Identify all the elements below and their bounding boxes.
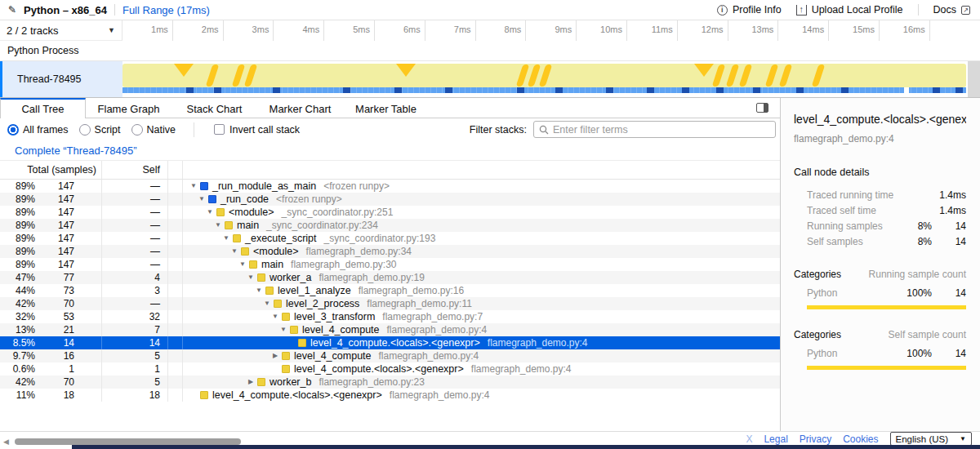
sample-segment — [273, 87, 280, 93]
table-row[interactable]: 47%774▼worker_aflamegraph_demo.py:19 — [0, 271, 780, 284]
radio-native[interactable]: Native — [131, 124, 176, 136]
tab-marker-chart[interactable]: Marker Chart — [257, 98, 343, 118]
collapse-icon[interactable]: ▼ — [263, 297, 271, 310]
collapse-icon[interactable]: ▼ — [214, 219, 222, 232]
radio-all-frames[interactable]: All frames — [7, 124, 69, 136]
collapse-icon[interactable]: ▼ — [247, 271, 255, 284]
category-bar — [807, 366, 966, 370]
radio-script[interactable]: Script — [79, 124, 121, 136]
profile-info-button[interactable]: i Profile Info — [717, 4, 782, 16]
table-row[interactable]: 9.7%165▶level_4_computeflamegraph_demo.p… — [0, 349, 780, 362]
cell-self: — — [102, 232, 168, 245]
cell-gap — [168, 349, 183, 362]
source-location: _sync_coordinator.py:251 — [282, 206, 394, 219]
docs-link[interactable]: Docs ↗ — [933, 4, 970, 16]
radio-label: Script — [95, 124, 121, 136]
source-location: flamegraph_demo.py:34 — [306, 245, 412, 258]
expand-icon[interactable]: ▶ — [247, 376, 255, 389]
collapse-icon[interactable]: ▼ — [271, 310, 279, 323]
table-row[interactable]: 44%733▼level_1_analyzeflamegraph_demo.py… — [0, 284, 780, 297]
tracks-dropdown[interactable]: 2 / 2 tracks ▼ — [0, 20, 122, 41]
total-percent: 89% — [0, 245, 35, 258]
footer-link-cookies[interactable]: Cookies — [843, 433, 878, 445]
collapse-icon[interactable]: ▼ — [230, 245, 238, 258]
table-row[interactable]: 89%147—▼_run_module_as_main<frozen runpy… — [0, 180, 780, 193]
table-row[interactable]: 89%147—▼main_sync_coordinator.py:234 — [0, 219, 780, 232]
thread-track-label[interactable]: Thread-78495 — [0, 61, 122, 97]
collapse-icon[interactable]: ▼ — [255, 284, 263, 297]
edit-pencil-icon[interactable]: ✎ — [8, 4, 16, 16]
cell-tree: ▼level_4_computeflamegraph_demo.py:4 — [183, 323, 780, 336]
total-count: 70 — [35, 376, 74, 389]
breadcrumb[interactable]: Complete “Thread-78495” — [15, 144, 137, 157]
table-row[interactable]: 89%147—▼<module>flamegraph_demo.py:34 — [0, 245, 780, 258]
table-row[interactable]: 42%70—▼level_2_processflamegraph_demo.py… — [0, 297, 780, 310]
tab-call-tree[interactable]: Call Tree — [0, 98, 86, 119]
total-count: 147 — [35, 193, 74, 206]
table-row[interactable]: 89%147—▼_run_code<frozen runpy> — [0, 193, 780, 206]
invert-call-stack-checkbox[interactable]: Invert call stack — [194, 122, 300, 137]
table-row[interactable]: 13%217▼level_4_computeflamegraph_demo.py… — [0, 323, 780, 336]
filter-stacks-input[interactable] — [553, 124, 770, 136]
table-row[interactable]: 0.6%11level_4_compute.<locals>.<genexpr>… — [0, 362, 780, 376]
upload-icon: ↑ — [796, 5, 807, 16]
table-row[interactable]: 89%147—▼_execute_script_sync_coordinator… — [0, 232, 780, 245]
expand-icon[interactable]: ▶ — [271, 349, 279, 362]
cell-tree: ▼_run_module_as_main<frozen runpy> — [183, 180, 780, 193]
table-row[interactable]: 42%705▶worker_bflamegraph_demo.py:23 — [0, 376, 780, 389]
python-category-icon — [216, 208, 225, 216]
collapse-icon[interactable]: ▼ — [279, 323, 287, 336]
table-row[interactable]: 89%147—▼<module>_sync_coordinator.py:251 — [0, 206, 780, 219]
thread-activity-canvas[interactable] — [122, 61, 968, 97]
total-count: 147 — [35, 258, 74, 271]
cell-gap — [168, 271, 183, 284]
collapse-icon[interactable]: ▼ — [189, 180, 198, 193]
table-row[interactable]: 32%5332▼level_3_transformflamegraph_demo… — [0, 310, 780, 323]
footer-link-privacy[interactable]: Privacy — [800, 433, 831, 445]
collapse-icon[interactable]: ▼ — [206, 206, 214, 219]
function-name: main — [261, 258, 283, 271]
python-category-icon — [274, 300, 282, 308]
scroll-left-arrow-icon[interactable]: ◀ — [3, 438, 9, 446]
source-location: flamegraph_demo.py:4 — [387, 323, 488, 336]
timeline-ruler: 1ms2ms3ms4ms5ms6ms7ms8ms9ms10ms11ms12ms1… — [122, 20, 980, 41]
footer-link-legal[interactable]: Legal — [764, 433, 787, 445]
table-row[interactable]: 8.5%1414level_4_compute.<locals>.<genexp… — [0, 336, 780, 349]
source-location: flamegraph_demo.py:4 — [471, 362, 572, 376]
tab-marker-table[interactable]: Marker Table — [343, 98, 429, 118]
full-range-link[interactable]: Full Range (17ms) — [122, 4, 210, 16]
python-category-icon — [249, 260, 257, 269]
detail-value: 1.4ms — [932, 189, 966, 201]
total-count: 147 — [35, 232, 74, 245]
sample-segment — [555, 87, 563, 93]
cell-self: 5 — [102, 376, 168, 389]
collapse-icon[interactable]: ▼ — [198, 193, 206, 206]
source-location: flamegraph_demo.py:11 — [367, 297, 472, 310]
detail-label: Self samples — [794, 236, 896, 247]
upload-profile-button[interactable]: ↑ Upload Local Profile — [796, 4, 903, 16]
footer-link-x[interactable]: X — [746, 433, 752, 445]
profile-info-label: Profile Info — [733, 4, 782, 16]
call-node-details-heading: Call node details — [794, 167, 966, 178]
cell-total: 89%147 — [0, 258, 102, 271]
process-track-row[interactable]: Python Process — [0, 41, 980, 61]
cell-tree: ▶level_4_computeflamegraph_demo.py:4 — [183, 349, 780, 362]
table-row[interactable]: 89%147—▼mainflamegraph_demo.py:30 — [0, 258, 780, 271]
sidebar-toggle-icon[interactable] — [756, 103, 768, 113]
collapse-icon[interactable]: ▼ — [238, 258, 247, 271]
language-select[interactable]: English (US) ▼ — [890, 432, 972, 446]
total-count: 70 — [35, 297, 74, 310]
tab-stack-chart[interactable]: Stack Chart — [172, 98, 257, 118]
cell-tree: ▼_execute_script_sync_coordinator.py:193 — [183, 232, 780, 245]
ruler-tick: 12ms — [678, 20, 728, 41]
cell-total: 32%53 — [0, 310, 102, 323]
column-header-total[interactable]: Total (samples) — [0, 161, 102, 179]
tab-flame-graph[interactable]: Flame Graph — [86, 98, 172, 118]
collapse-icon[interactable]: ▼ — [222, 232, 230, 245]
python-category-icon — [233, 234, 241, 242]
cell-tree: ▼<module>flamegraph_demo.py:34 — [183, 245, 780, 258]
sample-segment — [606, 87, 613, 93]
horizontal-scrollbar-thumb[interactable] — [15, 438, 241, 445]
table-row[interactable]: 11%1818level_4_compute.<locals>.<genexpr… — [0, 389, 780, 402]
column-header-self[interactable]: Self — [102, 161, 168, 179]
